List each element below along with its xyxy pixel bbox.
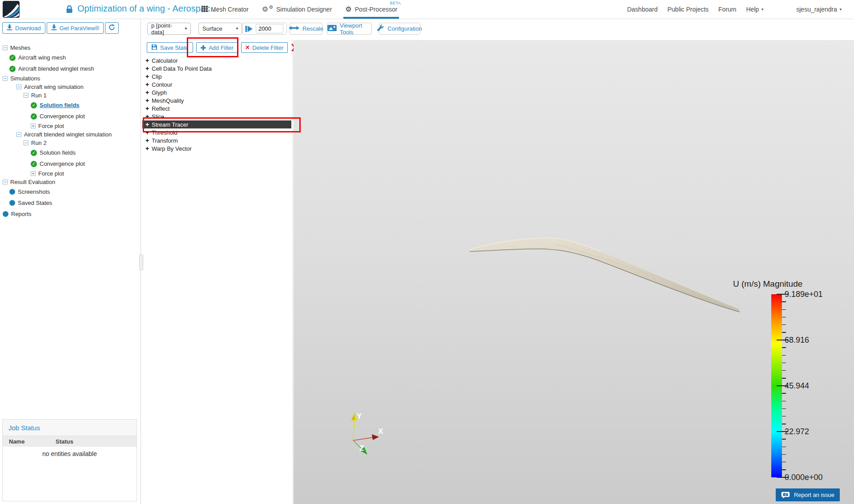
frame-input[interactable] [256, 24, 283, 33]
filter-item-stream-tracer[interactable]: +Stream Tracer [142, 120, 291, 128]
tree-item-screenshots[interactable]: Screenshots [0, 186, 141, 197]
tree-item-run-1[interactable]: −Run 1 [0, 91, 141, 100]
tree-item-aircraft-wing-mesh[interactable]: ✓Aircraft wing mesh [0, 52, 141, 63]
filter-item-transform[interactable]: +Transform [142, 136, 291, 144]
report-issue-button[interactable]: Report an issue [776, 488, 840, 501]
legend-tick-label: 22.972 [785, 427, 809, 436]
tree-item-label: Force plot [38, 170, 64, 177]
plus-icon: + [145, 65, 152, 72]
filter-item-glyph[interactable]: +Glyph [142, 88, 291, 96]
filter-item-reflect[interactable]: +Reflect [142, 104, 291, 112]
nav-public-projects[interactable]: Public Projects [667, 6, 709, 13]
beta-badge: BETA [390, 1, 401, 5]
collapse-icon[interactable]: − [24, 140, 28, 145]
refresh-button[interactable] [105, 22, 119, 34]
tab-mesh-creator[interactable]: Mesh Creator [201, 0, 249, 19]
rescale-button[interactable]: Rescale [290, 23, 322, 35]
collapse-icon[interactable]: − [3, 76, 8, 81]
filter-item-clip[interactable]: +Clip [142, 72, 291, 80]
tree-item-force-plot[interactable]: +Force plot [0, 122, 141, 130]
delete-filter-button[interactable]: × Delete Filter [241, 42, 288, 53]
right-area: p [point-data] ▼ Surface ▼ [141, 19, 854, 504]
tree-item-force-plot[interactable]: +Force plot [0, 169, 141, 178]
tree-item-aircraft-blended-winglet-simulation[interactable]: −Aircraft blended winglet simulation [0, 130, 141, 139]
tree-item-solution-fields[interactable]: ✓Solution fields [0, 100, 141, 111]
configuration-button[interactable]: Configuration [379, 23, 420, 35]
gear-small-icon: ⚙ [269, 5, 273, 10]
nav-dashboard[interactable]: Dashboard [627, 6, 658, 13]
legend-minor-tick [782, 317, 786, 318]
user-menu[interactable]: sjesu_rajendra▼ [796, 6, 842, 13]
filter-item-threshold[interactable]: +Threshold [142, 128, 291, 136]
tree-item-label: Screenshots [18, 188, 50, 195]
filter-item-meshquality[interactable]: +MeshQuality [142, 96, 291, 104]
save-state-button[interactable]: Save State [147, 42, 193, 53]
postprocessor-toolbar: p [point-data] ▼ Surface ▼ [141, 19, 854, 40]
legend-minor-tick [782, 424, 786, 424]
filter-item-warp-by-vector[interactable]: +Warp By Vector [142, 144, 291, 152]
tree-item-meshes[interactable]: −Meshes [0, 44, 141, 52]
tab-post-processor[interactable]: ⚙ Post-Processor BETA [345, 0, 397, 19]
legend-tick-label: 45.944 [785, 381, 809, 391]
tree-item-convergence-plot[interactable]: ✓Convergence plot [0, 158, 141, 169]
play-button[interactable] [245, 25, 253, 32]
refresh-icon [109, 24, 115, 32]
tree-item-label: Convergence plot [40, 160, 85, 167]
check-circle-icon: ✓ [31, 150, 37, 156]
tree-item-simulations[interactable]: −Simulations [0, 74, 141, 83]
download-button[interactable]: Download [2, 22, 45, 34]
filter-item-slice[interactable]: +Slice [142, 112, 291, 120]
expand-icon[interactable]: + [31, 124, 36, 128]
tree-item-convergence-plot[interactable]: ✓Convergence plot [0, 111, 141, 122]
panel-splitter-grip[interactable] [139, 254, 143, 270]
plus-icon: + [145, 57, 152, 64]
legend-minor-tick [782, 416, 786, 417]
representation-select[interactable]: Surface ▼ [198, 23, 242, 35]
axis-orientation-gizmo: Y X Z [338, 404, 391, 458]
tab-simulation-designer[interactable]: ⚙⚙ Simulation Designer [262, 0, 332, 19]
collapse-icon[interactable]: − [16, 132, 21, 137]
collapse-icon[interactable]: − [24, 93, 28, 98]
tree-item-saved-states[interactable]: Saved States [0, 197, 141, 208]
field-select[interactable]: p [point-data] ▼ [147, 23, 191, 35]
collapse-icon[interactable]: − [16, 84, 21, 89]
legend-minor-tick [782, 401, 786, 402]
chevron-down-icon: ▼ [839, 8, 842, 12]
chevron-down-icon: ▼ [235, 27, 239, 31]
filter-actions: Save State ✚ Add Filter × Delete Filter [147, 42, 298, 53]
check-circle-icon: ✓ [31, 113, 37, 120]
grid-icon [201, 6, 208, 13]
get-paraview-button[interactable]: Get ParaView® [47, 22, 104, 34]
add-filter-button[interactable]: ✚ Add Filter [196, 42, 238, 53]
tree-item-reports[interactable]: Reports [0, 208, 141, 220]
legend-minor-tick [782, 454, 786, 455]
simscale-logo[interactable] [3, 1, 20, 18]
collapse-icon[interactable]: − [3, 45, 8, 50]
filter-item-label: Warp By Vector [152, 145, 192, 152]
app-header: Optimization of a wing - Aerospac… Mesh … [0, 0, 854, 19]
expand-icon[interactable]: + [31, 171, 36, 176]
tree-item-result-evaluation[interactable]: −Result Evaluation [0, 178, 141, 186]
dot-icon [9, 189, 15, 195]
tree-item-label: Reports [11, 211, 32, 217]
tree-item-aircraft-wing-simulation[interactable]: −Aircraft wing simulation [0, 83, 141, 91]
tree-item-label: Run 2 [31, 140, 47, 146]
nav-forum[interactable]: Forum [718, 6, 736, 13]
viewport-3d[interactable]: U (m/s) Magnitude 9.189e+0168.91645.9442… [294, 40, 854, 504]
filter-item-contour[interactable]: +Contour [142, 80, 291, 88]
legend-minor-tick [782, 408, 786, 409]
tree-item-solution-fields[interactable]: ✓Solution fields [0, 147, 141, 158]
filter-item-cell-data-to-point-data[interactable]: +Cell Data To Point Data [142, 64, 291, 72]
filter-item-label: MeshQuality [152, 97, 184, 104]
filter-item-calculator[interactable]: +Calculator [142, 56, 291, 64]
tree-item-run-2[interactable]: −Run 2 [0, 139, 141, 147]
left-toolbar: Download Get ParaView® [2, 22, 119, 34]
column-header-name: Name [3, 438, 56, 445]
nav-help[interactable]: Help▼ [746, 6, 765, 13]
viewport-tools-button[interactable]: Viewport Tools [327, 23, 372, 35]
tree-item-aircraft-blended-winglet-mesh[interactable]: ✓Aircraft blended winglet mesh [0, 63, 141, 74]
legend-tick-label: 9.189e+01 [785, 290, 823, 299]
filter-list: +Calculator+Cell Data To Point Data+Clip… [142, 56, 291, 152]
collapse-icon[interactable]: − [3, 180, 8, 184]
wing-geometry [467, 231, 747, 320]
